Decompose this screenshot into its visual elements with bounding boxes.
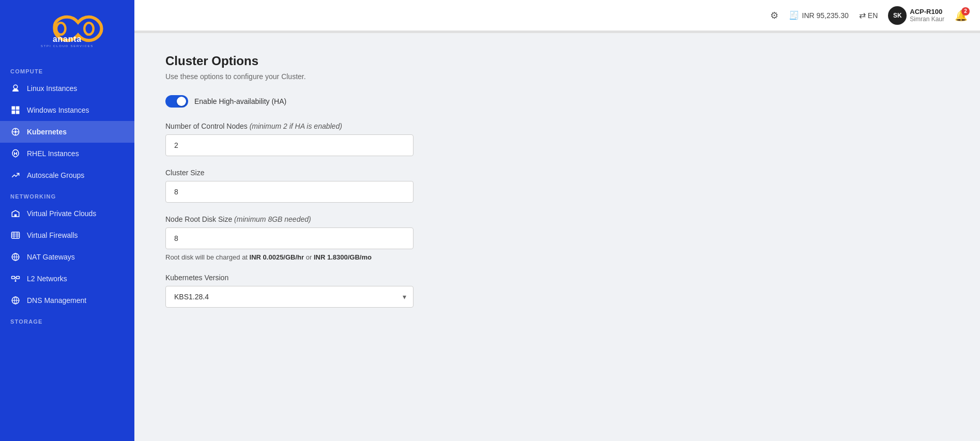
sidebar: ananta STPI CLOUD SERVICES COMPUTE Linux… (0, 0, 134, 441)
control-nodes-label: Number of Control Nodes (minimum 2 if HA… (165, 122, 949, 130)
svg-rect-23 (17, 277, 20, 279)
networking-section-label: NETWORKING (0, 186, 134, 203)
kubernetes-version-field: Kubernetes Version KBS1.28.4 KBS1.27.3 K… (165, 273, 949, 308)
sidebar-item-label: Kubernetes (27, 128, 67, 136)
vpc-icon (10, 208, 21, 219)
sidebar-item-linux-instances[interactable]: Linux Instances (0, 78, 134, 99)
sidebar-item-label: Virtual Private Clouds (27, 209, 96, 218)
svg-text:ananta: ananta (53, 35, 82, 43)
main-container: ⚙ 🧾 INR 95,235.30 ⇄ EN SK ACP-R100 Simra… (134, 0, 980, 441)
svg-rect-15 (14, 215, 17, 217)
notification-badge: 2 (961, 7, 970, 16)
svg-rect-16 (12, 232, 20, 238)
page-title: Cluster Options (165, 54, 949, 68)
nat-icon (10, 252, 21, 262)
l2-icon (10, 273, 21, 284)
sidebar-item-label: NAT Gateways (27, 253, 75, 261)
svg-point-0 (56, 23, 66, 35)
sidebar-item-label: Virtual Firewalls (27, 231, 78, 239)
sidebar-item-label: L2 Networks (27, 275, 67, 283)
sidebar-item-label: Autoscale Groups (27, 171, 84, 179)
ha-toggle-row: Enable High-availability (HA) (165, 95, 949, 108)
sidebar-item-virtual-firewalls[interactable]: Virtual Firewalls (0, 224, 134, 246)
svg-point-10 (14, 131, 17, 133)
support-icon: ⚙ (770, 10, 778, 21)
avatar: SK (888, 6, 907, 25)
kubernetes-version-select-wrapper: KBS1.28.4 KBS1.27.3 KBS1.26.2 ▾ (165, 286, 414, 308)
svg-rect-7 (12, 111, 16, 114)
node-root-disk-label: Node Root Disk Size (minimum 8GB needed) (165, 215, 949, 223)
node-root-disk-input[interactable] (165, 227, 414, 249)
sidebar-item-dns-management[interactable]: DNS Management (0, 290, 134, 311)
wallet-icon: 🧾 (789, 10, 799, 20)
control-nodes-input[interactable] (165, 134, 414, 156)
sidebar-item-l2-networks[interactable]: L2 Networks (0, 268, 134, 290)
notification-bell[interactable]: 🔔 2 (955, 9, 968, 22)
svg-rect-22 (12, 277, 15, 279)
svg-point-1 (84, 23, 94, 35)
cluster-size-label: Cluster Size (165, 169, 949, 177)
main-content: Cluster Options Use these options to con… (134, 33, 980, 441)
svg-point-4 (13, 85, 18, 89)
kubernetes-icon (10, 127, 21, 137)
cluster-size-input[interactable] (165, 181, 414, 203)
disk-cost-hint: Root disk will be charged at INR 0.0025/… (165, 253, 949, 261)
control-nodes-field: Number of Control Nodes (minimum 2 if HA… (165, 122, 949, 156)
language-label: EN (868, 11, 878, 20)
dns-icon (10, 295, 21, 306)
storage-section-label: STORAGE (0, 311, 134, 328)
cluster-size-field: Cluster Size (165, 169, 949, 203)
kubernetes-version-label: Kubernetes Version (165, 273, 949, 282)
node-root-disk-field: Node Root Disk Size (minimum 8GB needed)… (165, 215, 949, 261)
sidebar-item-label: RHEL Instances (27, 149, 79, 158)
rhel-icon (10, 148, 21, 159)
logo: ananta STPI CLOUD SERVICES (0, 0, 134, 61)
rate2: INR 1.8300/GB/mo (314, 253, 372, 261)
ha-toggle-label: Enable High-availability (HA) (194, 97, 286, 105)
language-selector[interactable]: ⇄ EN (859, 10, 878, 20)
kubernetes-version-select[interactable]: KBS1.28.4 KBS1.27.3 KBS1.26.2 (165, 286, 414, 308)
svg-text:STPI CLOUD SERVICES: STPI CLOUD SERVICES (41, 44, 94, 48)
sidebar-item-label: Windows Instances (27, 106, 89, 114)
user-name: Simran Kaur (910, 16, 944, 23)
compute-section-label: COMPUTE (0, 61, 134, 78)
sidebar-item-nat-gateways[interactable]: NAT Gateways (0, 246, 134, 268)
svg-rect-8 (16, 111, 20, 114)
user-details: ACP-R100 Simran Kaur (910, 8, 944, 23)
user-info-section[interactable]: SK ACP-R100 Simran Kaur (888, 6, 944, 25)
svg-point-25 (15, 280, 17, 282)
balance-amount: INR 95,235.30 (802, 11, 849, 20)
header: ⚙ 🧾 INR 95,235.30 ⇄ EN SK ACP-R100 Simra… (134, 0, 980, 31)
support-button[interactable]: ⚙ (770, 10, 778, 21)
sidebar-item-autoscale-groups[interactable]: Autoscale Groups (0, 164, 134, 186)
translate-icon: ⇄ (859, 10, 866, 20)
sidebar-item-label: Linux Instances (27, 84, 77, 93)
user-account: ACP-R100 (910, 8, 944, 16)
autoscale-icon (10, 170, 21, 180)
ha-toggle[interactable] (165, 95, 188, 108)
svg-rect-5 (12, 107, 16, 110)
windows-icon (10, 105, 21, 115)
sidebar-item-virtual-private-clouds[interactable]: Virtual Private Clouds (0, 203, 134, 224)
svg-rect-6 (16, 107, 20, 110)
sidebar-item-label: DNS Management (27, 296, 86, 305)
sidebar-item-windows-instances[interactable]: Windows Instances (0, 99, 134, 121)
sidebar-item-rhel-instances[interactable]: RHEL Instances (0, 143, 134, 164)
firewall-icon (10, 230, 21, 240)
rate1: INR 0.0025/GB/hr (250, 253, 304, 261)
page-subtitle: Use these options to configure your Clus… (165, 72, 949, 81)
linux-icon (10, 83, 21, 94)
balance-display[interactable]: 🧾 INR 95,235.30 (789, 10, 849, 20)
sidebar-item-kubernetes[interactable]: Kubernetes (0, 121, 134, 143)
